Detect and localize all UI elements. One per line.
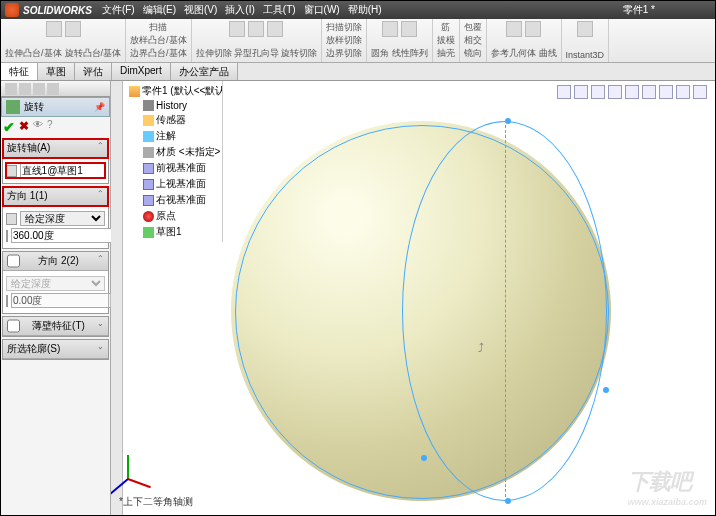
pm-tab-feature-icon[interactable] — [5, 83, 17, 95]
tab-features[interactable]: 特征 — [1, 63, 38, 80]
fillet-icon[interactable] — [382, 21, 398, 37]
revolve-boss-icon[interactable] — [65, 21, 81, 37]
section-thin-header[interactable]: 薄壁特征(T)⌄ — [3, 317, 108, 336]
pm-title-label: 旋转 — [24, 100, 44, 114]
revolve-icon — [6, 100, 20, 114]
pm-tab-dimxpert-icon[interactable] — [47, 83, 59, 95]
ribbon-group-wrap: 包覆 相交 镜向 — [460, 19, 487, 62]
section-contour: 所选轮廓(S)⌄ — [2, 339, 109, 360]
orientation-triad[interactable] — [121, 445, 161, 485]
cancel-button[interactable]: ✖ — [19, 119, 29, 135]
section-axis: 旋转轴(A)⌃ — [2, 138, 109, 184]
sketch-icon — [143, 227, 154, 238]
tree-root[interactable]: 零件1 (默认<<默认... — [125, 83, 220, 99]
tree-item[interactable]: History — [125, 99, 220, 112]
x-axis-icon — [128, 478, 151, 488]
section-dir1-header[interactable]: 方向 1(1)⌃ — [3, 187, 108, 206]
pm-tab-property-icon[interactable] — [19, 83, 31, 95]
thin-checkbox[interactable] — [7, 319, 20, 333]
section-view-icon[interactable] — [608, 85, 622, 99]
linear-pattern-icon[interactable] — [401, 21, 417, 37]
menu-view[interactable]: 视图(V) — [184, 3, 217, 17]
plane-icon — [143, 163, 154, 174]
pm-accept-bar: ✔ ✖ 👁 ? — [1, 117, 110, 137]
curves-icon[interactable] — [525, 21, 541, 37]
extrude-boss-icon[interactable] — [46, 21, 62, 37]
pin-icon[interactable]: 📌 — [94, 102, 105, 112]
tree-item[interactable]: 注解 — [125, 128, 220, 144]
solidworks-logo-icon — [5, 3, 19, 17]
pm-tab-config-icon[interactable] — [33, 83, 45, 95]
ribbon-group-boss: 拉伸凸台/基体旋转凸台/基体 — [1, 19, 126, 62]
hole-wizard-icon[interactable] — [248, 21, 264, 37]
view-name-label: *上下二等角轴测 — [119, 495, 193, 509]
dir1-type-select[interactable]: 给定深度 — [20, 211, 105, 226]
annotation-icon — [143, 131, 154, 142]
chevron-down-icon: ⌄ — [97, 319, 104, 333]
ribbon-group-ref: 参考几何体曲线 — [487, 19, 562, 62]
command-tabs: 特征 草图 评估 DimXpert 办公室产品 — [1, 63, 715, 81]
hide-show-icon[interactable] — [659, 85, 673, 99]
sphere-meridian — [402, 121, 607, 501]
menu-edit[interactable]: 编辑(E) — [143, 3, 176, 17]
ribbon-group-fillet: 圆角线性阵列 — [367, 19, 433, 62]
help-icon[interactable]: ? — [47, 119, 53, 135]
display-style-icon[interactable] — [642, 85, 656, 99]
zoom-area-icon[interactable] — [574, 85, 588, 99]
section-contour-header[interactable]: 所选轮廓(S)⌄ — [3, 340, 108, 359]
menu-window[interactable]: 窗口(W) — [304, 3, 340, 17]
view-settings-icon[interactable] — [693, 85, 707, 99]
angle-icon — [6, 295, 8, 307]
chevron-down-icon: ⌄ — [97, 342, 104, 356]
revolve-cut-icon[interactable] — [267, 21, 283, 37]
view-orient-icon[interactable] — [625, 85, 639, 99]
tab-evaluate[interactable]: 评估 — [75, 63, 112, 80]
tab-office[interactable]: 办公室产品 — [171, 63, 238, 80]
revolve-axis-line — [505, 125, 506, 497]
dir2-type-select[interactable]: 给定深度 — [6, 276, 105, 291]
revolve-preview-body[interactable]: ⤴ — [231, 121, 611, 501]
reverse-dir-icon[interactable] — [6, 213, 17, 225]
title-bar: SOLIDWORKS 文件(F) 编辑(E) 视图(V) 插入(I) 工具(T)… — [1, 1, 715, 19]
tree-item[interactable]: 草图1 — [125, 224, 220, 240]
chevron-up-icon: ⌃ — [97, 254, 104, 268]
tree-item[interactable]: 原点 — [125, 208, 220, 224]
tree-item[interactable]: 上视基准面 — [125, 176, 220, 192]
tree-item[interactable]: 右视基准面 — [125, 192, 220, 208]
brand-label: SOLIDWORKS — [23, 5, 92, 16]
menu-tools[interactable]: 工具(T) — [263, 3, 296, 17]
chevron-up-icon: ⌃ — [97, 189, 104, 203]
tab-dimxpert[interactable]: DimXpert — [112, 63, 171, 80]
sensor-icon — [143, 115, 154, 126]
section-axis-header[interactable]: 旋转轴(A)⌃ — [3, 139, 108, 158]
tab-sketch[interactable]: 草图 — [38, 63, 75, 80]
tree-item[interactable]: 材质 <未指定> — [125, 144, 220, 160]
scene-icon[interactable] — [676, 85, 690, 99]
ribbon-group-cut-sweep: 扫描切除 放样切除 边界切除 — [322, 19, 367, 62]
section-dir2: 方向 2(2)⌃ 给定深度 ▴▾ — [2, 251, 109, 314]
prev-view-icon[interactable] — [591, 85, 605, 99]
axis-input[interactable] — [20, 163, 105, 178]
extrude-cut-icon[interactable] — [229, 21, 245, 37]
menu-file[interactable]: 文件(F) — [102, 3, 135, 17]
pm-tab-strip — [1, 81, 110, 97]
material-icon — [143, 147, 154, 158]
plane-icon — [143, 195, 154, 206]
section-dir1: 方向 1(1)⌃ 给定深度 ▴▾ — [2, 186, 109, 249]
ribbon-group-rib: 筋 拔模 抽壳 — [433, 19, 460, 62]
tree-item[interactable]: 传感器 — [125, 112, 220, 128]
instant3d-icon[interactable] — [577, 21, 593, 37]
section-thin: 薄壁特征(T)⌄ — [2, 316, 109, 337]
section-dir2-header[interactable]: 方向 2(2)⌃ — [3, 252, 108, 271]
menu-help[interactable]: 帮助(H) — [348, 3, 382, 17]
preview-icon[interactable]: 👁 — [33, 119, 43, 135]
zoom-fit-icon[interactable] — [557, 85, 571, 99]
dir2-checkbox[interactable] — [7, 254, 20, 268]
accept-button[interactable]: ✔ — [3, 119, 15, 135]
menu-insert[interactable]: 插入(I) — [225, 3, 254, 17]
tree-item[interactable]: 前视基准面 — [125, 160, 220, 176]
ref-geometry-icon[interactable] — [506, 21, 522, 37]
graphics-viewport[interactable]: 零件1 (默认<<默认... History 传感器 注解 材质 <未指定> 前… — [111, 81, 715, 515]
ribbon-group-cut: 拉伸切除异型孔向导旋转切除 — [192, 19, 322, 62]
y-axis-icon — [127, 455, 129, 479]
